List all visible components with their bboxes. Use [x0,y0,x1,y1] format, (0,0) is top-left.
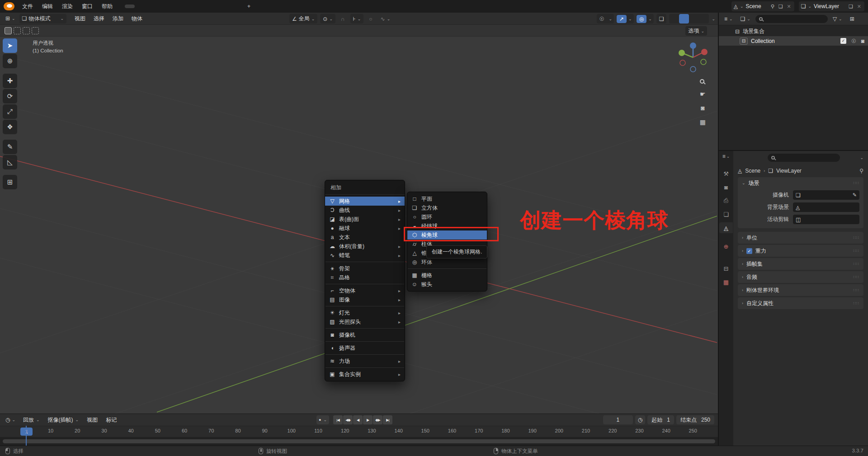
drag-handle-icon[interactable]: ∷∷ [854,301,859,306]
toolbar-tool-button[interactable]: ⊞ [3,175,17,189]
pin-icon[interactable]: ⚲ [859,168,863,174]
breadcrumb-viewlayer[interactable]: ViewLayer [776,168,802,174]
scene-selector[interactable]: ◬ ⌄ Scene ⚲ ❏ ✕ [731,1,794,11]
timeline-menu[interactable]: 回放 ⌄ [19,415,44,425]
timeline-ruler[interactable]: 1 10203040506070809010011012013014015016… [0,426,718,437]
add-menu-item[interactable]: ≋ 力场 ▸ [325,357,405,366]
timeline-scrollbar[interactable] [3,439,715,443]
add-menu-item[interactable]: ▽ 网格 ▸ [325,197,405,206]
workspace-tab[interactable] [190,5,200,8]
properties-section-header[interactable]: › 单位 ∷∷ [738,232,863,244]
xray-toggle[interactable]: ❏ [656,14,667,24]
pan-hand-icon[interactable]: ☛ [700,90,706,98]
workspace-tab[interactable] [179,5,189,8]
toolbar-tool-button[interactable]: ➤ [3,38,17,53]
add-menu-item[interactable]: ⌗ 晶格 [325,273,405,282]
mesh-menu-item[interactable]: ◒ 经纬球 [407,221,487,230]
add-workspace-button[interactable]: + [244,2,254,10]
editor-type-button[interactable]: ⊞ ⌄ [3,14,18,23]
gizmos-toggle[interactable]: ↗ ⌄ [617,14,634,24]
topbar-menu[interactable]: 窗口 [78,1,97,12]
properties-search[interactable] [768,154,840,162]
new-scene-button[interactable]: ❏ [778,4,784,9]
disable-render-icon[interactable]: ◙ [861,38,864,44]
jump-start-icon[interactable]: |◀ [333,415,343,424]
viewport-menu[interactable]: 视图 [71,14,90,24]
new-viewlayer-button[interactable]: ❏ [848,4,854,9]
frame-start-field[interactable]: 起始 1 [647,415,674,424]
properties-section-header[interactable]: › ✓ 重力 ∷∷ [738,245,863,257]
toolbar-tool-button[interactable]: ✚ [3,74,17,88]
properties-tab[interactable]: ❏ [719,209,733,220]
mesh-menu-item[interactable]: ❏ 立方体 [407,203,487,212]
select-mode-option[interactable] [5,27,12,34]
prev-keyframe-icon[interactable]: ◀◆ [343,415,353,424]
viewlayer-selector[interactable]: ❏ ⌄ ViewLayer ❏ ✕ [799,1,864,11]
section-checkbox[interactable]: ✓ [746,248,752,254]
add-menu-item[interactable]: ⚹ 骨架 [325,264,405,273]
toolbar-tool-button[interactable]: ⤢ [3,104,17,119]
field-input[interactable]: ◬ [793,202,859,212]
play-reverse-icon[interactable]: ◀ [353,415,363,424]
timeline-menu[interactable]: 视图 [83,415,102,425]
shading-mode-button[interactable] [699,14,709,24]
ortho-grid-icon[interactable]: ▦ [700,118,706,126]
drag-handle-icon[interactable]: ∷∷ [854,235,859,240]
viewport-menu[interactable]: 物体 [127,14,146,24]
scene-panel-header[interactable]: ⌄ 场景 ∷∷ [738,177,863,189]
options-button[interactable]: 选项 ⌄ [685,26,707,36]
properties-tab[interactable]: ▦ [719,277,733,287]
add-menu-item[interactable]: a 文本 [325,233,405,242]
properties-editor-type-button[interactable]: ≡ ⌄ [722,153,730,160]
playhead[interactable] [26,426,27,446]
workspace-tab[interactable] [212,5,222,8]
topbar-menu[interactable]: 文件 [18,1,37,12]
add-menu-item[interactable]: ☁ 体积(音量) ▸ [325,242,405,251]
toolbar-tool-button[interactable]: ◺ [3,155,17,169]
hide-eye-icon[interactable]: ☉ [851,38,856,44]
new-collection-button[interactable]: ⊞ [847,15,857,23]
chevron-down-icon[interactable]: ⌄ [860,155,863,160]
object-visibility-selector[interactable]: ☉ ⌄ [597,14,614,24]
navigation-gizmo[interactable] [677,41,709,73]
mesh-menu-item[interactable]: ☺ 猴头 [407,280,487,289]
use-preview-range-button[interactable]: ◷ [635,415,645,424]
add-menu-item[interactable]: ◙ 摄像机 [325,330,405,339]
mesh-menu-item[interactable]: ⬡ 棱角球 [407,230,487,240]
add-menu-item[interactable]: ▤ 图像 ▸ [325,295,405,304]
auto-keying-button[interactable]: ● ⌄ [316,415,329,424]
properties-section-header[interactable]: › 刚体世界环境 ∷∷ [738,284,863,296]
field-input[interactable]: ◫ [793,215,859,224]
timeline-editor-type-button[interactable]: ◷ ⌄ [3,416,18,424]
workspace-tab[interactable] [222,5,232,8]
workspace-tab[interactable] [233,5,243,8]
proportional-edit-toggle[interactable]: ○ [366,15,375,23]
add-menu-item[interactable]: ● 融球 ▸ [325,224,405,233]
workspace-tab[interactable] [168,5,178,8]
properties-tab[interactable]: ⊟ [719,263,733,274]
topbar-menu[interactable]: 渲染 [58,1,77,12]
topbar-menu[interactable]: 编辑 [38,1,57,12]
proportional-falloff-selector[interactable]: ∿ ⌄ [378,15,393,23]
workspace-tab[interactable] [125,5,135,8]
properties-tab[interactable]: ⚒ [719,168,733,179]
add-menu-item[interactable]: ◪ 表(曲)面 ▸ [325,215,405,224]
add-menu-item[interactable]: ▣ 集合实例 ▸ [325,370,405,379]
drag-handle-icon[interactable]: ∷∷ [854,249,859,253]
add-menu-item[interactable]: Ɔ 曲线 ▸ [325,206,405,215]
outliner-search[interactable] [755,15,828,23]
transform-orientation-selector[interactable]: ∠ 全局 ⌄ [289,14,317,24]
toolbar-tool-button[interactable]: ✎ [3,140,17,154]
eyedropper-icon[interactable]: ✎ [853,192,857,198]
workspace-tab[interactable] [146,5,156,8]
blender-logo-icon[interactable] [4,2,14,10]
select-mode-option[interactable] [23,27,30,34]
mesh-menu-item[interactable]: ▦ 栅格 [407,271,487,280]
jump-end-icon[interactable]: ▶| [383,415,392,424]
shading-mode-button[interactable] [689,14,699,24]
properties-tab[interactable]: ⊕ [719,241,733,252]
frame-end-field[interactable]: 结束点 250 [676,415,714,424]
zoom-icon[interactable] [700,79,704,84]
workspace-tab[interactable] [136,5,146,8]
add-menu-item[interactable]: ⌐ 空物体 ▸ [325,286,405,295]
